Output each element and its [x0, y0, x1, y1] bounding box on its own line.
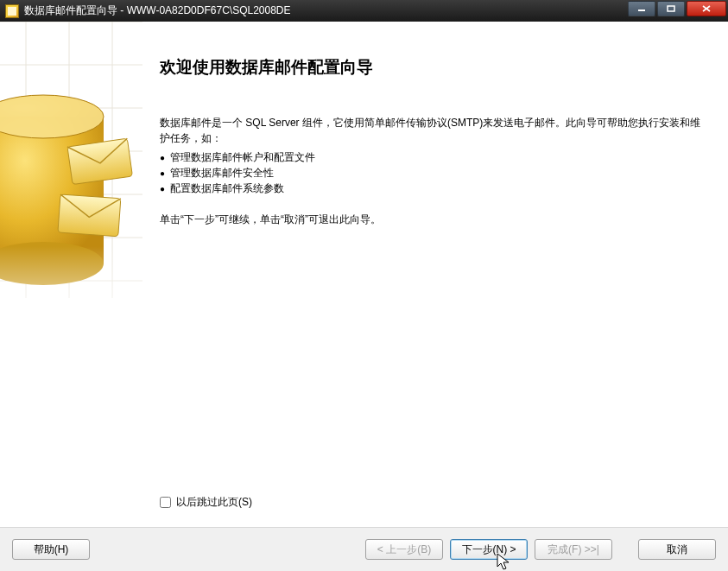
help-button[interactable]: 帮助(H)	[12, 539, 90, 560]
list-item: 配置数据库邮件系统参数	[160, 181, 711, 196]
finish-button: 完成(F) >>|	[535, 539, 612, 560]
svg-point-19	[0, 95, 104, 138]
back-button: < 上一步(B)	[365, 539, 443, 560]
cancel-button[interactable]: 取消	[638, 539, 716, 560]
window-title: 数据库邮件配置向导 - WWW-0A82D0DF67C\SQL2008DE	[24, 3, 291, 18]
wizard-side-graphic	[0, 22, 142, 527]
wizard-instruction: 单击“下一步”可继续，单击“取消”可退出此向导。	[160, 212, 711, 227]
svg-point-17	[0, 242, 104, 285]
list-item: 管理数据库邮件帐户和配置文件	[160, 149, 711, 165]
wizard-heading: 欢迎使用数据库邮件配置向导	[160, 56, 711, 79]
skip-checkbox[interactable]	[160, 497, 171, 508]
svg-rect-22	[0, 246, 142, 350]
skip-label[interactable]: 以后跳过此页(S)	[176, 495, 252, 510]
wizard-intro: 数据库邮件是一个 SQL Server 组件，它使用简单邮件传输协议(SMTP)…	[160, 115, 711, 146]
minimize-button[interactable]	[628, 1, 655, 16]
app-icon	[5, 4, 19, 18]
svg-rect-16	[0, 117, 104, 263]
svg-rect-1	[668, 6, 674, 11]
svg-rect-20	[67, 138, 132, 184]
wizard-bullet-list: 管理数据库邮件帐户和配置文件 管理数据库邮件安全性 配置数据库邮件系统参数	[160, 149, 711, 196]
maximize-button[interactable]	[657, 1, 685, 16]
svg-point-18	[0, 95, 104, 138]
svg-rect-21	[58, 194, 121, 237]
svg-point-15	[0, 95, 104, 138]
next-button[interactable]: 下一步(N) >	[450, 539, 528, 560]
close-button[interactable]	[687, 1, 726, 16]
list-item: 管理数据库邮件安全性	[160, 165, 711, 181]
